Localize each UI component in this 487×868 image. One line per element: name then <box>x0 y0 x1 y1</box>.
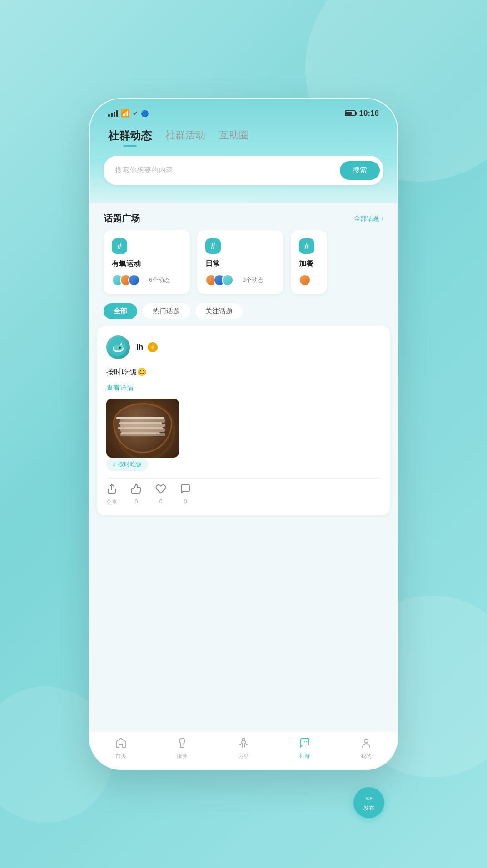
heart-count: 0 <box>159 498 163 505</box>
topic-avatar-1c <box>128 274 140 286</box>
nav-service[interactable]: 服务 <box>151 737 213 760</box>
topic-name-2: 日常 <box>205 259 275 269</box>
profile-icon <box>360 737 372 750</box>
community-icon <box>299 737 311 750</box>
post-food-image <box>106 399 179 458</box>
share-icon <box>106 483 117 497</box>
topic-hashtag-icon-1: # <box>112 238 127 254</box>
battery-icon <box>345 110 356 116</box>
tab-shequn-dongtai[interactable]: 社群动态 <box>108 128 152 147</box>
thumb-icon <box>131 483 142 497</box>
svg-point-9 <box>303 741 303 742</box>
noodle-1 <box>116 417 164 419</box>
post-card: lh 按时吃饭😊 查看详情 <box>97 326 390 515</box>
status-icons-left: 📶 ✔ 🔵 <box>108 109 149 118</box>
verified-badge <box>148 342 158 352</box>
topic-avatar-2c <box>222 274 234 286</box>
topic-card-daily[interactable]: # 日常 3个动态 <box>197 230 283 294</box>
svg-point-11 <box>306 741 307 742</box>
bottom-navigation: 首页 服务 运动 <box>90 731 397 769</box>
topic-footer-3 <box>299 274 319 286</box>
noodle-3 <box>118 427 163 429</box>
nav-exercise-label: 运动 <box>238 752 249 760</box>
status-right: 10:16 <box>345 109 379 118</box>
topic-card-aerobic[interactable]: # 有氧运动 6个动态 <box>104 230 190 294</box>
all-topics-link[interactable]: 全部话题 › <box>354 215 383 223</box>
post-hashtag-tag[interactable]: # 按时吃饭 <box>106 458 148 471</box>
nav-home-label: 首页 <box>115 752 126 760</box>
tabs-navigation: 社群动态 社群活动 互助圈 <box>90 124 397 147</box>
diamond-icon <box>149 344 156 350</box>
topic-count-1: 6个动态 <box>149 276 170 284</box>
main-content: 话题广场 全部话题 › # 有氧运动 6个动态 # <box>90 203 397 731</box>
heart-icon <box>155 483 166 497</box>
shark-icon <box>109 339 127 356</box>
svg-point-10 <box>304 741 305 742</box>
post-header: lh <box>106 335 381 359</box>
post-avatar <box>106 335 130 359</box>
vpn-icon: ✔ <box>133 110 138 117</box>
like-action[interactable]: 0 <box>131 483 142 506</box>
filter-all[interactable]: 全部 <box>104 303 137 319</box>
topic-avatar-3a <box>299 274 311 286</box>
topic-hashtag-icon-2: # <box>205 238 221 254</box>
exercise-icon <box>238 737 249 750</box>
nav-community[interactable]: 社群 <box>274 737 336 760</box>
topic-count-2: 3个动态 <box>243 276 263 284</box>
filter-tabs-area: 全部 热门话题 关注话题 <box>90 303 397 326</box>
svg-point-12 <box>364 739 368 743</box>
comment-action[interactable]: 0 <box>180 483 191 506</box>
header-bg: 📶 ✔ 🔵 10:16 社群动态 社群活动 互助圈 <box>90 99 397 203</box>
topics-section-header: 话题广场 全部话题 › <box>90 203 397 230</box>
topic-card-extra[interactable]: # 加餐 <box>291 230 327 294</box>
search-button[interactable]: 搜索 <box>340 161 380 180</box>
noodle-4 <box>121 432 160 434</box>
like-count: 0 <box>135 498 138 505</box>
color-ball-icon: 🔵 <box>141 110 149 117</box>
topic-avatars-1 <box>112 274 140 286</box>
hashtag-text: 按时吃饭 <box>118 460 142 469</box>
nav-home[interactable]: 首页 <box>90 737 151 760</box>
tab-huzhu-quan[interactable]: 互助圈 <box>219 128 249 147</box>
noodle-2 <box>119 422 162 424</box>
svg-point-4 <box>119 347 121 349</box>
topic-avatars-3 <box>299 274 311 286</box>
status-bar: 📶 ✔ 🔵 10:16 <box>90 99 397 124</box>
post-user-info: lh <box>136 342 158 352</box>
svg-point-8 <box>242 738 245 741</box>
service-icon <box>176 737 188 750</box>
tab-shequn-huodong[interactable]: 社群活动 <box>165 128 205 147</box>
comment-count: 0 <box>184 498 187 505</box>
topic-footer-1: 6个动态 <box>112 274 182 286</box>
time-display: 10:16 <box>359 109 379 118</box>
filter-hot[interactable]: 热门话题 <box>143 303 190 319</box>
topic-name-1: 有氧运动 <box>112 259 182 269</box>
home-icon <box>115 737 127 750</box>
signal-icon <box>108 110 118 117</box>
share-label: 分享 <box>106 498 117 506</box>
post-content-text: 按时吃饭😊 <box>106 366 381 378</box>
nav-exercise[interactable]: 运动 <box>213 737 274 760</box>
post-detail-link[interactable]: 查看详情 <box>106 384 381 392</box>
nav-profile-label: 我的 <box>361 752 372 760</box>
topic-avatars-2 <box>205 274 234 286</box>
comment-icon <box>180 483 191 497</box>
nav-profile[interactable]: 我的 <box>336 737 397 760</box>
topic-hashtag-icon-3: # <box>299 238 314 254</box>
nav-community-label: 社群 <box>299 752 310 760</box>
topic-name-3: 加餐 <box>299 259 319 269</box>
filter-follow[interactable]: 关注话题 <box>195 303 243 319</box>
post-actions-bar: 分享 0 <box>106 478 381 506</box>
search-area: 搜索你想要的内容 搜索 <box>90 147 397 190</box>
post-username: lh <box>136 343 143 352</box>
phone-frame: 📶 ✔ 🔵 10:16 社群动态 社群活动 互助圈 <box>89 98 398 770</box>
hashtag-symbol: # <box>113 461 116 468</box>
nav-service-label: 服务 <box>177 752 188 760</box>
heart-action[interactable]: 0 <box>155 483 166 506</box>
wifi-icon: 📶 <box>121 109 130 118</box>
search-placeholder-text: 搜索你想要的内容 <box>115 166 335 175</box>
topic-footer-2: 3个动态 <box>205 274 275 286</box>
share-action[interactable]: 分享 <box>106 483 117 506</box>
topics-title: 话题广场 <box>104 212 140 225</box>
search-bar-container: 搜索你想要的内容 搜索 <box>104 156 383 185</box>
